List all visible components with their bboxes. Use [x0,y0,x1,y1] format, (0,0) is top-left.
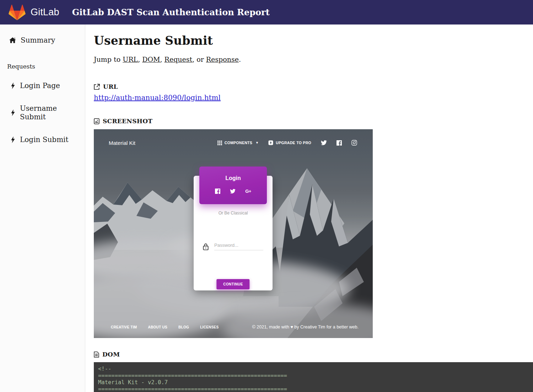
external-link-icon [94,84,100,90]
sidebar-item-label: Summary [21,36,55,44]
gitlab-wordmark: GitLab [31,7,59,18]
requests-section-label: Requests [7,63,85,70]
jump-prefix: Jump to [94,55,123,63]
jump-separator: , [138,55,142,63]
section-heading: DOM [102,351,120,358]
jump-link-request[interactable]: Request [165,55,193,63]
image-file-icon [94,118,99,124]
login-card: Login G+ Or Be Classical [194,176,273,290]
main-content: Username Submit Jump to URL, DOM, Reques… [85,24,533,392]
components-menu: COMPONENTS ▼ [217,141,259,145]
sidebar: Summary Requests Login Page Username Sub… [0,24,85,392]
or-be-classical-text: Or Be Classical [194,211,273,216]
jump-link-url[interactable]: URL [123,55,138,63]
footer-link: CREATIVE TIM [111,325,137,329]
url-section: URL http://auth-manual:8090/login.html [94,83,533,102]
dom-section: DOM <!-- ===============================… [94,351,533,392]
jump-period: . [239,55,241,63]
login-title: Login [199,175,267,181]
facebook-icon [215,189,220,194]
facebook-icon [337,140,342,146]
bolt-icon [11,136,15,143]
continue-button: CONTINUE [216,279,249,289]
footer-link: BLOG [178,325,189,329]
instagram-icon [351,140,357,146]
bolt-icon [11,82,15,89]
sidebar-item-label: Login Page [20,81,60,90]
section-heading: URL [103,83,118,90]
google-plus-icon: G+ [245,189,251,194]
material-kit-navbar: Material Kit COMPONENTS ▼ [94,129,373,156]
footer-link: ABOUT US [148,325,167,329]
bolt-icon [11,109,15,116]
screenshot-section: SCREENSHOT [94,118,533,338]
sidebar-item-login-page[interactable]: Login Page [0,78,85,93]
sidebar-item-label: Login Submit [20,135,69,144]
lock-icon [203,243,209,250]
upgrade-to-pro: UPGRADE TO PRO [268,140,311,145]
upgrade-label: UPGRADE TO PRO [276,141,311,145]
password-placeholder: Password... [214,243,263,250]
chevron-down-icon: ▼ [255,141,259,145]
dom-code-block[interactable]: <!-- ===================================… [94,362,533,392]
gitlab-logo-icon [9,5,26,20]
jump-link-response[interactable]: Response [206,55,239,63]
sidebar-item-login-submit[interactable]: Login Submit [0,132,85,147]
scanned-url-link[interactable]: http://auth-manual:8090/login.html [94,93,221,102]
copyright-text: © 2021, made with ♥ by Creative Tim for … [252,325,359,330]
login-card-header: Login G+ [199,167,267,204]
footer-link: LICENSES [200,325,219,329]
jump-separator: , [160,55,164,63]
grid-icon [217,141,222,145]
sidebar-item-summary[interactable]: Summary [0,33,85,47]
twitter-icon [321,140,327,145]
upgrade-badge-icon [268,140,273,145]
twitter-icon [230,189,236,194]
report-title: GitLab DAST Scan Authentication Report [72,7,270,17]
material-kit-footer: CREATIVE TIM ABOUT US BLOG LICENSES © 20… [94,316,373,338]
app-header: GitLab GitLab DAST Scan Authentication R… [0,0,533,24]
password-field: Password... [203,243,263,250]
document-icon [94,352,99,358]
sidebar-item-label: Username Submit [20,104,76,121]
jump-link-dom[interactable]: DOM [142,55,160,63]
components-label: COMPONENTS [225,141,252,145]
section-heading: SCREENSHOT [103,118,152,125]
screenshot-image: Material Kit COMPONENTS ▼ [94,129,373,338]
page-title: Username Submit [94,34,533,48]
material-kit-brand: Material Kit [109,140,217,146]
home-icon [9,37,16,43]
sidebar-item-username-submit[interactable]: Username Submit [0,101,85,124]
jump-links: Jump to URL, DOM, Request, or Response. [94,55,533,63]
jump-separator: , or [192,55,206,63]
